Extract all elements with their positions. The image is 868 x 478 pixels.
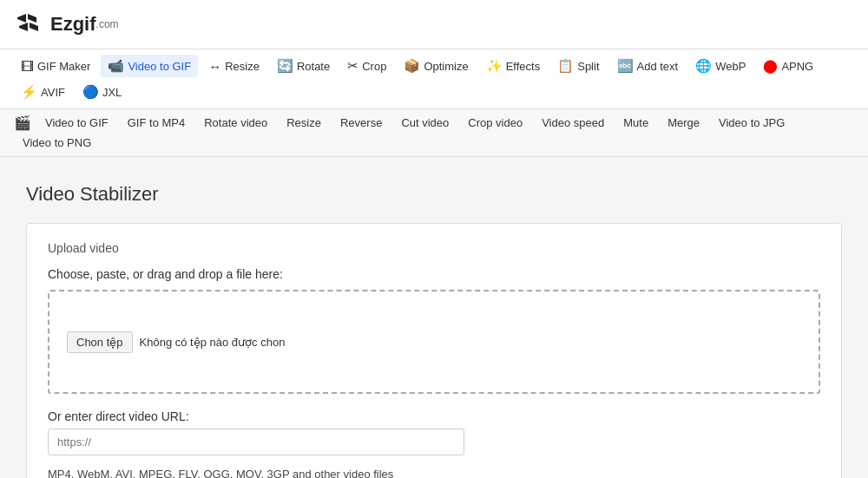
sub-nav-item-merge[interactable]: Merge — [659, 114, 708, 132]
nav-item-crop[interactable]: ✂ Crop — [340, 55, 393, 77]
logo-icon — [14, 9, 45, 40]
drop-zone[interactable]: Chon tệp Không có tệp nào được chon — [48, 290, 820, 394]
nav-item-video-to-gif-label: Video to GIF — [128, 60, 191, 73]
nav-item-apng[interactable]: ⬤ APNG — [756, 55, 820, 77]
choose-label: Choose, paste, or drag and drop a file h… — [48, 267, 820, 281]
nav-item-optimize-label: Optimize — [424, 60, 468, 73]
nav-item-gif-maker[interactable]: 🎞 GIF Maker — [14, 56, 97, 77]
nav-item-webp-label: WebP — [715, 60, 746, 73]
sub-nav-item-mute[interactable]: Mute — [615, 114, 657, 132]
no-file-text: Không có tệp nào được chon — [140, 336, 286, 349]
sub-nav-item-video-speed[interactable]: Video speed — [533, 114, 613, 132]
add-text-icon: 🔤 — [617, 58, 634, 74]
split-icon: 📋 — [557, 58, 574, 74]
logo-text: Ezgif — [50, 13, 96, 36]
optimize-icon: 📦 — [404, 58, 420, 74]
nav-item-resize[interactable]: ↔ Resize — [201, 56, 266, 77]
sub-nav-item-video-to-gif[interactable]: Video to GIF — [36, 114, 117, 132]
sub-nav-item-gif-to-mp4[interactable]: GIF to MP4 — [119, 114, 194, 132]
nav-item-split-label: Split — [577, 60, 599, 73]
sub-nav-item-rotate-video[interactable]: Rotate video — [195, 114, 276, 132]
url-label: Or enter direct video URL: — [48, 409, 820, 423]
nav-item-gif-maker-label: GIF Maker — [37, 60, 90, 73]
nav-item-rotate-label: Rotate — [297, 60, 330, 73]
upload-section-title: Upload video — [48, 241, 820, 255]
sub-nav-video-icon: 🎬 — [14, 115, 31, 131]
sub-nav-item-video-to-png[interactable]: Video to PNG — [14, 134, 100, 152]
nav-item-avif[interactable]: ⚡ AVIF — [14, 81, 72, 103]
video-to-gif-icon: 📹 — [108, 58, 124, 74]
nav-item-webp[interactable]: 🌐 WebP — [688, 55, 753, 77]
nav-bar: 🎞 GIF Maker 📹 Video to GIF ↔ Resize 🔄 Ro… — [0, 49, 868, 109]
logo[interactable]: Ezgif.com — [14, 9, 119, 40]
main-content: Video Stabilizer Upload video Choose, pa… — [9, 157, 859, 478]
sub-nav-item-cut-video[interactable]: Cut video — [392, 114, 457, 132]
logo-com: .com — [96, 18, 119, 30]
rotate-icon: 🔄 — [277, 58, 293, 74]
jxl-icon: 🔵 — [82, 84, 99, 100]
sub-nav-item-resize[interactable]: Resize — [278, 114, 330, 132]
file-formats: MP4, WebM, AVI, MPEG, FLV, OGG, MOV, 3GP… — [48, 468, 820, 478]
nav-item-apng-label: APNG — [781, 60, 813, 73]
page-title: Video Stabilizer — [26, 183, 842, 206]
nav-item-jxl[interactable]: 🔵 JXL — [76, 81, 128, 103]
nav-item-effects[interactable]: ✨ Effects — [479, 55, 548, 77]
nav-item-optimize[interactable]: 📦 Optimize — [397, 55, 475, 77]
sub-nav-item-crop-video[interactable]: Crop video — [459, 114, 531, 132]
choose-file-button[interactable]: Chon tệp — [67, 331, 133, 353]
nav-item-split[interactable]: 📋 Split — [550, 55, 606, 77]
nav-item-rotate[interactable]: 🔄 Rotate — [270, 55, 337, 77]
header: Ezgif.com — [0, 0, 868, 49]
upload-card: Upload video Choose, paste, or drag and … — [26, 223, 842, 478]
nav-item-avif-label: AVIF — [41, 86, 65, 99]
apng-icon: ⬤ — [763, 58, 778, 74]
nav-item-resize-label: Resize — [225, 60, 260, 73]
crop-icon: ✂ — [347, 58, 358, 74]
sub-nav-item-video-to-jpg[interactable]: Video to JPG — [710, 114, 793, 132]
webp-icon: 🌐 — [695, 58, 712, 74]
nav-item-jxl-label: JXL — [102, 86, 122, 99]
nav-item-effects-label: Effects — [506, 60, 541, 73]
nav-item-add-text[interactable]: 🔤 Add text — [610, 55, 686, 77]
nav-item-add-text-label: Add text — [637, 60, 679, 73]
effects-icon: ✨ — [486, 58, 503, 74]
sub-nav-item-reverse[interactable]: Reverse — [332, 114, 391, 132]
resize-icon: ↔ — [208, 59, 221, 74]
gif-maker-icon: 🎞 — [21, 59, 34, 74]
sub-nav: 🎬 Video to GIF GIF to MP4 Rotate video R… — [0, 109, 868, 157]
avif-icon: ⚡ — [21, 84, 37, 100]
nav-item-crop-label: Crop — [362, 60, 386, 73]
url-input[interactable] — [48, 429, 464, 455]
nav-item-video-to-gif[interactable]: 📹 Video to GIF — [101, 55, 198, 77]
